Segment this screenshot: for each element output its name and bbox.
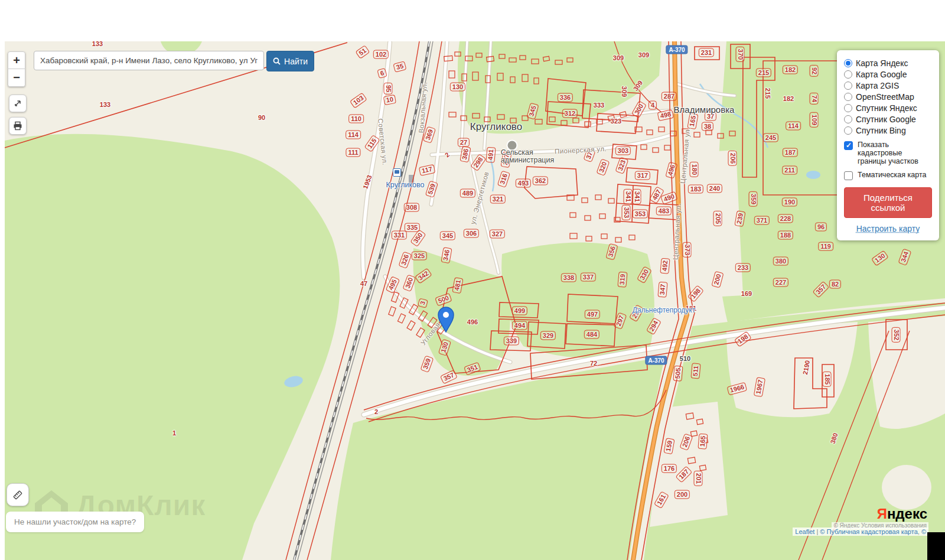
parcel-label[interactable]: 233 (735, 263, 751, 272)
parcel-label[interactable]: 484 (584, 330, 599, 339)
parcel-label[interactable]: 327 (490, 230, 505, 239)
parcel-label[interactable]: 319 (617, 271, 627, 288)
parcel-label[interactable]: 341 (624, 189, 633, 204)
parcel-label[interactable]: 200 (674, 490, 690, 499)
parcel-label[interactable]: 370 (736, 47, 745, 62)
parcel-label[interactable]: 96 (815, 223, 827, 232)
parcel-label[interactable]: 227 (773, 278, 788, 287)
parcel-label[interactable]: 4 (649, 101, 657, 110)
layer-option-1[interactable]: Карта Google (844, 70, 932, 79)
parcel-label[interactable]: 359 (749, 191, 758, 207)
parcel-label[interactable]: 114 (346, 131, 361, 139)
parcel-label[interactable]: 309 (613, 54, 624, 61)
not-found-link[interactable]: Не нашли участок/дом на карте? (6, 512, 144, 532)
parcel-label[interactable]: 496 (467, 318, 478, 325)
parcel-label[interactable]: 228 (778, 214, 793, 223)
layer-option-3[interactable]: OpenStreetMap (844, 92, 932, 102)
parcel-label[interactable]: 185 (823, 372, 832, 387)
share-link-button[interactable]: Поделиться ссылкой (844, 187, 932, 218)
parcel-label[interactable]: 336 (558, 93, 573, 102)
parcel-label[interactable]: 72 (590, 360, 597, 367)
parcel-label[interactable]: 499 (512, 307, 527, 315)
configure-map-link[interactable]: Настроить карту (844, 224, 932, 233)
search-input[interactable] (34, 51, 264, 70)
parcel-label[interactable]: 489 (460, 189, 475, 198)
copyright-link[interactable]: © (921, 528, 926, 535)
overlay-option-0[interactable]: Показать кадастровые границы участков (844, 141, 932, 165)
parcel-label[interactable]: 493 (516, 179, 531, 188)
parcel-label[interactable]: 497 (585, 310, 600, 319)
parcel-label[interactable]: 133 (92, 41, 103, 47)
parcel-label[interactable]: 362 (533, 177, 548, 185)
parcel-label[interactable]: 187 (783, 148, 798, 157)
parcel-label[interactable]: 169 (741, 290, 752, 297)
print-button[interactable] (9, 117, 27, 135)
parcel-label[interactable]: 119 (818, 242, 833, 251)
leaflet-link[interactable]: Leaflet (795, 528, 814, 535)
parcel-label[interactable]: 287 (662, 92, 677, 101)
fullscreen-button[interactable] (9, 95, 27, 112)
layer-option-4[interactable]: Спутник Яндекс (844, 103, 932, 113)
parcel-label[interactable]: 215 (756, 69, 771, 77)
parcel-label[interactable]: 82 (829, 280, 841, 289)
parcel-label[interactable]: 353 (622, 205, 631, 220)
parcel-label[interactable]: 183 (688, 185, 703, 194)
parcel-label[interactable]: 109 (810, 112, 819, 128)
parcel-label[interactable]: 380 (773, 257, 788, 266)
parcel-label[interactable]: 505 (673, 365, 683, 382)
parcel-label[interactable]: 308 (404, 203, 419, 212)
parcel-label[interactable]: 176 (662, 464, 677, 473)
layer-option-6[interactable]: Спутник Bing (844, 126, 932, 135)
map-canvas[interactable]: 1331339047121953511026359510103110114111… (5, 41, 945, 560)
layer-option-5[interactable]: Спутник Google (844, 115, 932, 124)
zoom-in-button[interactable]: + (8, 51, 25, 69)
parcel-label[interactable]: 325 (412, 252, 427, 261)
parcel-label[interactable]: 130 (450, 83, 465, 92)
parcel-label[interactable]: 331 (392, 231, 407, 240)
parcel-label[interactable]: 215 (764, 88, 771, 99)
parcel-label[interactable]: 323 (611, 118, 621, 125)
measure-button[interactable] (6, 483, 29, 506)
parcel-label[interactable]: 240 (707, 184, 722, 193)
parcel-label[interactable]: 333 (594, 102, 604, 109)
parcel-label[interactable]: 483 (656, 207, 672, 216)
parcel-label[interactable]: 312 (562, 109, 578, 118)
parcel-label[interactable]: 201 (694, 471, 703, 486)
parcel-label[interactable]: 491 (485, 146, 496, 163)
parcel-label[interactable]: 231 (699, 48, 714, 57)
parcel-label[interactable]: 306 (464, 229, 479, 238)
overlay-option-1[interactable]: Тематическая карта (844, 171, 932, 180)
parcel-label[interactable]: 111 (346, 148, 360, 157)
zoom-out-button[interactable]: − (8, 69, 25, 87)
pkk-link[interactable]: © Публичная кадастровая карта (820, 528, 917, 535)
parcel-label[interactable]: 353 (633, 210, 648, 219)
parcel-label[interactable]: 321 (490, 195, 506, 204)
parcel-label[interactable]: 92 (810, 65, 819, 77)
parcel-label[interactable]: 511 (690, 363, 700, 379)
parcel-label[interactable]: 102 (373, 50, 389, 59)
parcel-label[interactable]: 182 (783, 95, 794, 102)
parcel-label[interactable]: 338 (561, 274, 576, 282)
parcel-label[interactable]: 110 (348, 115, 364, 123)
parcel-label[interactable]: 90 (258, 114, 265, 121)
parcel-label[interactable]: 2 (374, 408, 378, 415)
parcel-label[interactable]: 371 (754, 216, 770, 225)
parcel-label[interactable]: 303 (615, 146, 631, 155)
parcel-label[interactable]: 38 (702, 122, 713, 131)
parcel-label[interactable]: 188 (778, 231, 793, 240)
parcel-label[interactable]: 317 (635, 171, 650, 180)
parcel-label[interactable]: 114 (786, 122, 801, 131)
parcel-label[interactable]: 494 (512, 321, 527, 330)
parcel-label[interactable]: 341 (633, 189, 641, 204)
parcel-label[interactable]: 47 (360, 280, 367, 287)
parcel-label[interactable]: 211 (782, 166, 797, 175)
parcel-label[interactable]: 347 (657, 281, 667, 298)
parcel-label[interactable]: 373 (683, 242, 692, 258)
parcel-label[interactable]: 337 (581, 273, 596, 282)
parcel-label[interactable]: 1 (172, 429, 176, 437)
search-button[interactable]: Найти (266, 51, 314, 71)
parcel-label[interactable]: 133 (100, 101, 110, 108)
parcel-label[interactable]: 329 (540, 331, 556, 340)
parcel-label[interactable]: 309 (621, 86, 628, 97)
parcel-label[interactable]: 27 (458, 138, 470, 147)
